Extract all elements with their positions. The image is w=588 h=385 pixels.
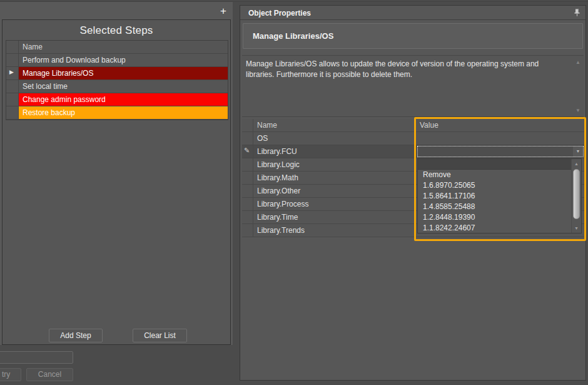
- column-header-name: Name: [253, 119, 415, 131]
- scrollbar-up-icon[interactable]: ▲: [572, 162, 581, 166]
- left-region: + Selected Steps Name Perform and Downlo…: [0, 2, 233, 345]
- dropdown-item-version[interactable]: 1.5.8641.17106: [418, 191, 571, 202]
- clear-list-button[interactable]: Clear List: [133, 329, 187, 342]
- dropdown-item-blank[interactable]: [418, 159, 571, 170]
- steps-header-gutter: [6, 41, 19, 53]
- step-row-label[interactable]: Restore backup: [19, 106, 228, 119]
- properties-header-row: Name Value: [242, 119, 585, 132]
- dropdown-item-remove[interactable]: Remove: [418, 170, 571, 180]
- property-value[interactable]: ▼: [415, 145, 585, 158]
- step-row-perform-backup[interactable]: Perform and Download backup: [6, 54, 228, 67]
- combobox-value[interactable]: [418, 146, 573, 157]
- property-name[interactable]: Library.Other: [253, 185, 415, 197]
- property-name[interactable]: Library.Process: [253, 198, 415, 210]
- row-gutter: [242, 224, 253, 237]
- dropdown-scrollbar[interactable]: ▲ ▼: [571, 159, 581, 233]
- row-gutter: [242, 198, 253, 210]
- add-plus-icon[interactable]: +: [218, 6, 229, 17]
- combobox-dropdown-arrow-icon[interactable]: ▼: [573, 146, 583, 157]
- dropdown-item-version[interactable]: 1.6.8970.25065: [418, 180, 571, 191]
- selected-steps-panel: Selected Steps Name Perform and Download…: [2, 19, 231, 345]
- steps-column-header-name: Name: [19, 41, 228, 53]
- step-row-manage-libraries[interactable]: ▶ Manage Libraries/OS: [6, 67, 228, 80]
- row-gutter: ✎: [242, 145, 253, 158]
- object-properties-titlebar: Object Properties: [240, 6, 585, 20]
- step-description-box: Manage Libraries/OS allows to update the…: [242, 55, 584, 117]
- row-gutter: [6, 54, 19, 66]
- properties-header-gutter: [242, 119, 253, 131]
- footer-text-input[interactable]: [0, 351, 73, 364]
- row-gutter: [242, 132, 253, 145]
- add-step-button[interactable]: Add Step: [49, 329, 103, 342]
- property-name[interactable]: Library.FCU: [253, 145, 415, 158]
- retry-button[interactable]: try: [0, 368, 21, 381]
- property-name[interactable]: Library.Logic: [253, 158, 415, 171]
- row-gutter: [242, 211, 253, 223]
- property-row-os[interactable]: OS: [242, 132, 585, 145]
- column-header-value: Value: [415, 119, 585, 131]
- property-name[interactable]: Library.Trends: [253, 224, 415, 237]
- scrollbar-down-icon[interactable]: ▼: [572, 226, 581, 230]
- property-name[interactable]: Library.Math: [253, 172, 415, 184]
- row-gutter: [6, 80, 19, 93]
- description-scroll-up-icon[interactable]: ▲: [575, 59, 580, 65]
- dropdown-item-version[interactable]: 1.4.8585.25488: [418, 202, 571, 212]
- property-name[interactable]: Library.Time: [253, 211, 415, 223]
- step-row-restore-backup[interactable]: Restore backup: [6, 106, 228, 120]
- library-fcu-combobox[interactable]: ▼: [417, 146, 584, 157]
- row-gutter: [242, 172, 253, 184]
- step-row-label[interactable]: Perform and Download backup: [19, 54, 228, 66]
- step-row-change-admin-password[interactable]: Change admin password: [6, 93, 228, 106]
- row-gutter: [6, 106, 19, 119]
- cancel-button[interactable]: Cancel: [26, 368, 73, 381]
- row-gutter: [242, 185, 253, 197]
- description-scroll-down-icon[interactable]: ▼: [575, 108, 580, 113]
- object-properties-title: Object Properties: [240, 6, 585, 18]
- property-name[interactable]: OS: [253, 132, 415, 145]
- library-fcu-dropdown-list: Remove 1.6.8970.25065 1.5.8641.17106 1.4…: [417, 158, 582, 234]
- scrollbar-thumb[interactable]: [573, 169, 580, 219]
- row-gutter: [6, 93, 19, 106]
- property-value[interactable]: [415, 132, 585, 145]
- step-title-text: Manage Libraries/OS: [243, 24, 582, 41]
- step-title-box: Manage Libraries/OS: [243, 23, 583, 49]
- row-gutter: [242, 158, 253, 171]
- step-row-set-local-time[interactable]: Set local time: [6, 80, 228, 93]
- steps-table-header-row: Name: [6, 41, 228, 54]
- pin-icon[interactable]: [573, 8, 580, 17]
- row-gutter: ▶: [6, 67, 19, 80]
- step-row-label[interactable]: Set local time: [19, 80, 228, 93]
- selected-steps-table: Name Perform and Download backup ▶ Manag…: [6, 40, 228, 120]
- selected-steps-title: Selected Steps: [3, 20, 230, 39]
- edit-pencil-icon: ✎: [244, 146, 250, 155]
- dropdown-item-version[interactable]: 1.2.8448.19390: [418, 212, 571, 223]
- step-description-text: Manage Libraries/OS allows to update the…: [242, 56, 584, 80]
- step-row-label[interactable]: Manage Libraries/OS: [19, 67, 228, 80]
- step-row-label[interactable]: Change admin password: [19, 93, 228, 106]
- property-row-library-fcu[interactable]: ✎ Library.FCU ▼: [242, 145, 585, 158]
- current-row-arrow-icon: ▶: [9, 69, 14, 75]
- dropdown-item-version[interactable]: 1.1.8242.24607: [418, 223, 571, 234]
